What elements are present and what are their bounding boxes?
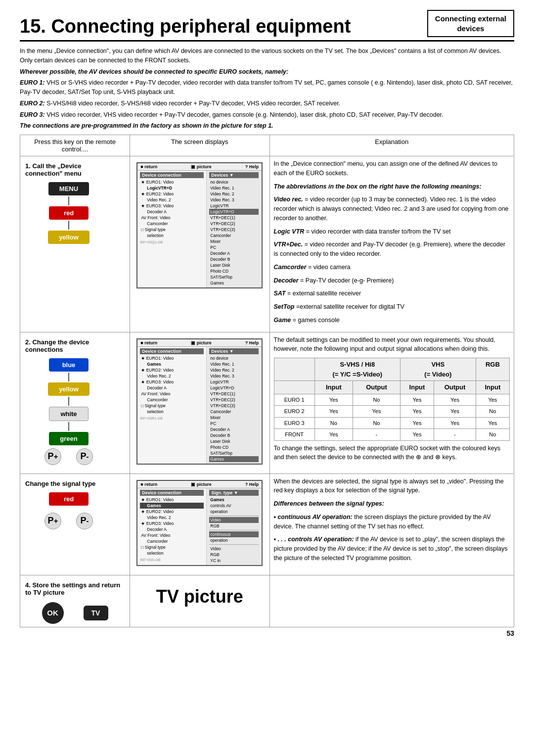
arrow3 <box>68 373 69 381</box>
step3-signal: □ Signal type <box>140 544 204 550</box>
step1-signal: □ Signal type <box>140 227 204 233</box>
step1-decoder: Decoder A <box>140 209 204 215</box>
step2-decoder: Decoder A <box>140 385 204 391</box>
header-col3: Explanation <box>269 135 514 156</box>
videorec-label: Video rec. <box>274 196 303 203</box>
subtitle-box: Connecting external devices <box>427 10 514 37</box>
step1-front: AV Front: Video <box>140 215 204 221</box>
decoder-label: Decoder <box>274 277 299 284</box>
compat-euro3-rgb-in: Yes <box>476 417 509 429</box>
step1-r-logicvtr: LogicVTR <box>209 203 259 209</box>
vtrdec-text: = video recorder and Pay-TV decoder (e.g… <box>274 241 505 257</box>
step3-channel-down[interactable]: P- <box>76 513 93 529</box>
compat-subh-input3: Input <box>476 381 509 394</box>
step2-euro2: ★ EURO2: Video <box>140 367 204 373</box>
step2-r-camcorder: Camcorder <box>209 409 259 415</box>
step1-euro2: ★ EURO2: Video <box>140 191 204 197</box>
step3-r-video: Video <box>209 517 259 523</box>
step3-returnbar: ■ return ▣ picture ? Help <box>137 481 262 488</box>
step1-r-decodera: Decoder A <box>209 250 259 256</box>
green-button[interactable]: green <box>49 432 89 445</box>
step3-tv-body: Device connection ★ EURO1: Video Games ★… <box>137 488 262 565</box>
arrow1 <box>68 196 69 205</box>
step1-picture: ▣ picture <box>191 164 212 169</box>
menu-button[interactable]: MENU <box>48 182 89 195</box>
logicvtr-label: Logic VTR <box>274 228 305 235</box>
step3-return: ■ return <box>140 482 157 487</box>
step3-tv-right: Sign. type ▼ Games controls AV operation… <box>207 488 261 565</box>
step4-row: 4. Store the settings and return to TV p… <box>20 575 514 627</box>
expl-sat: SAT = external satellite receiver <box>274 289 510 298</box>
euro2-text: S-VHS/Hi8 video recorder, S-VHS/Hi8 vide… <box>46 100 340 107</box>
step1-r-vtrdec2: VTR+DEC(2) <box>209 221 259 227</box>
step2-r-decoderb: Decoder B <box>209 432 259 438</box>
step1-return: ■ return <box>140 164 157 169</box>
step4-control: 4. Store the settings and return to TV p… <box>20 575 130 627</box>
channel-up-button[interactable]: P+ <box>44 448 61 465</box>
expl-camcorder: Camcorder = video camera <box>274 263 510 272</box>
compat-subh-output1: Output <box>353 381 400 394</box>
step2-row: 2. Change the device connections blue ye… <box>20 332 514 473</box>
step3-tv-left: Device connection ★ EURO1: Video Games ★… <box>137 488 207 565</box>
channel-down-button[interactable]: P- <box>76 448 93 465</box>
intro-bold-italic: Wherever possible, the AV devices should… <box>20 67 514 77</box>
step1-selection: selection <box>140 233 204 238</box>
white-button[interactable]: white <box>49 407 89 421</box>
step1-r-games: Games <box>209 280 259 286</box>
step2-euro3: ★ EURO3: Video <box>140 379 204 385</box>
blue-button[interactable]: blue <box>49 358 89 372</box>
step1-r-mixer: Mixer <box>209 238 259 244</box>
step2-videorec2: Video Rec. 2 <box>140 373 204 379</box>
vtrdec-label: VTR+Dec. <box>274 241 303 248</box>
game-label: Game <box>274 317 291 324</box>
controls-av: • . . . controls AV operation: if the AV… <box>274 535 510 563</box>
controls-av-bold: • . . . controls AV operation: <box>274 536 354 543</box>
explanation-block: In the „Device connection" menu, you can… <box>274 159 510 325</box>
tv-button[interactable]: TV <box>84 606 108 620</box>
compat-euro1-rgb-in: Yes <box>476 394 509 406</box>
subtitle-line2: devices <box>435 24 506 34</box>
step1-returnbar: ■ return ▣ picture ? Help <box>137 163 262 171</box>
step3-selection: selection <box>140 550 204 556</box>
step1-control: 1. Call the „Deviceconnection" menu MENU… <box>20 156 130 332</box>
step2-r-vtrdec2: VTR+DEC(2) <box>209 397 259 403</box>
compat-table: S-VHS / Hi8(= Y/C =S-Video) VHS(= Video)… <box>274 358 510 441</box>
compat-euro1-vhs-in: Yes <box>400 394 434 406</box>
step3-r-continuous: continuous <box>209 531 259 537</box>
step1-remote: MENU red yellow <box>24 181 113 245</box>
expl-signal-type: When the devices are selected, the signa… <box>274 477 510 563</box>
compat-front-svhs-out: - <box>353 429 400 441</box>
step2-code: 697+0SR1-GB <box>140 417 204 420</box>
step2-tv: ■ return ▣ picture ? Help Device connect… <box>134 335 266 471</box>
yellow-button-2[interactable]: yellow <box>48 382 89 396</box>
step2-euro1: ★ EURO1: Video <box>140 355 204 361</box>
compat-euro3-vhs-in: Yes <box>400 417 434 429</box>
tv-picture-title: TV picture <box>134 586 266 607</box>
subtitle-line1: Connecting external <box>435 14 506 24</box>
compat-front-vhs-out: - <box>434 429 476 441</box>
ok-tv-buttons: OK TV <box>24 602 126 624</box>
compat-th-rgb: RGB <box>476 358 509 381</box>
step1-tv-right: Devices ▼ no device Video Rec. 1 Video R… <box>207 171 261 287</box>
yellow-button-1[interactable]: yellow <box>48 231 89 244</box>
step2-tv-right: Devices ▼ no device Video Rec. 1 Video R… <box>207 347 261 464</box>
compat-subh-empty <box>274 381 314 394</box>
step2-devices-header: Devices ▼ <box>209 348 259 354</box>
red-button-1[interactable]: red <box>49 206 89 220</box>
euro1-label: EURO 1: <box>20 79 45 86</box>
step2-picture: ▣ picture <box>191 340 212 345</box>
decoder-text: = Pay-TV decoder (e-g- Premiere) <box>300 277 394 284</box>
step3-tv: ■ return ▣ picture ? Help Device connect… <box>134 477 266 572</box>
step3-channel-up[interactable]: P+ <box>44 513 61 529</box>
arrow2 <box>68 221 69 230</box>
step1-r-vtrdec3: VTR+DEC(3) <box>209 227 259 233</box>
step3-signtype-label: Sign. type ▼ <box>211 490 238 495</box>
ok-button[interactable]: OK <box>42 602 64 624</box>
compat-row-euro2: EURO 2 Yes Yes Yes Yes No <box>274 406 509 418</box>
step1-euro1: ★ EURO1: Video <box>140 179 204 185</box>
red-button-3[interactable]: red <box>49 492 89 506</box>
intro-bold-italic2: The connections are pre-programmed in th… <box>20 121 514 131</box>
continuous-av-bold: • continuous AV operation: <box>274 514 353 520</box>
header-col1: Press this key on the remote control.... <box>20 135 130 156</box>
compat-th-empty <box>274 358 314 381</box>
